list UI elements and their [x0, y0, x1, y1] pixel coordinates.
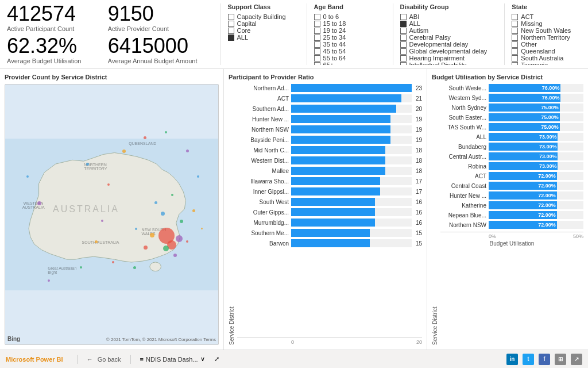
expand-icon[interactable]: ↗ — [571, 354, 582, 365]
filter-checkbox[interactable] — [512, 41, 518, 48]
filter-checkbox[interactable] — [314, 48, 320, 55]
filter-label: Intellectual Disability — [409, 62, 467, 65]
fullscreen-icon[interactable]: ⤢ — [214, 355, 219, 363]
budget-bar-track: 72.00% — [489, 221, 583, 229]
filter-checkbox[interactable] — [400, 34, 407, 41]
filter-item[interactable]: Other — [512, 41, 573, 48]
ratio-bar-value: 18 — [416, 147, 422, 154]
filter-item[interactable]: Northern Territory — [512, 34, 573, 41]
tab-chevron-icon: ∨ — [200, 355, 205, 363]
filter-item[interactable]: Developmental delay — [400, 41, 488, 48]
filter-checkbox[interactable] — [512, 34, 518, 41]
budget-bar-track: 75.00% — [489, 123, 583, 131]
filter-checkbox[interactable] — [228, 28, 234, 34]
ratio-section: Participant to Provider Ratio Service Di… — [224, 69, 427, 350]
filter-checkbox[interactable] — [314, 21, 320, 27]
filter-checkbox[interactable] — [400, 28, 407, 34]
facebook-icon[interactable]: f — [539, 354, 550, 365]
filter-checkbox[interactable] — [512, 62, 518, 66]
filter-item[interactable]: ALL — [228, 34, 289, 41]
filter-checkbox[interactable] — [400, 62, 407, 66]
budget-bar-track: 75.00% — [489, 103, 583, 112]
filter-checkbox[interactable] — [400, 55, 407, 62]
ratio-bar-label: Northern Ad... — [237, 85, 289, 91]
tab-label[interactable]: NDIS Data Dash... — [146, 356, 198, 363]
ratio-bar-row: Western Dist...18 — [237, 156, 422, 164]
filter-item[interactable]: Capital — [228, 20, 289, 27]
filter-checkbox[interactable] — [314, 28, 320, 34]
filter-checkbox[interactable] — [314, 55, 320, 62]
filter-item[interactable]: Cerebral Palsy — [400, 34, 488, 41]
filter-item[interactable]: 19 to 24 — [314, 27, 376, 34]
budget-bar-pct: 72.00% — [538, 183, 556, 189]
map-credit: © 2021 TomTom, © 2021 Microsoft Corporat… — [106, 337, 216, 342]
ratio-bar-label: Hunter New ... — [237, 116, 289, 122]
budget-bar-fill: 73.00% — [489, 152, 558, 160]
filter-item[interactable]: Tasmania — [512, 62, 573, 65]
dashboard: 412574 Active Participant Count 9150 Act… — [0, 0, 588, 368]
filter-item[interactable]: South Australia — [512, 55, 573, 62]
ratio-bar-value: 15 — [416, 240, 422, 247]
filter-checkbox[interactable] — [314, 41, 320, 48]
ratio-bar-fill — [291, 198, 375, 206]
filter-checkbox[interactable] — [228, 34, 234, 41]
filter-item[interactable]: Queensland — [512, 48, 573, 55]
filter-item[interactable]: 65+ — [314, 62, 376, 65]
filter-label: 15 to 18 — [323, 20, 346, 27]
bottom-nav[interactable]: ← Go back — [87, 356, 121, 363]
filter-item[interactable]: Global developmental delay — [400, 48, 488, 55]
back-arrow-icon[interactable]: ← — [87, 356, 93, 363]
back-label[interactable]: Go back — [98, 356, 121, 363]
share-icon[interactable]: ⊞ — [555, 354, 566, 365]
filter-checkbox[interactable] — [400, 21, 407, 27]
filter-item[interactable]: 0 to 6 — [314, 13, 376, 20]
filter-checkbox[interactable] — [228, 21, 234, 27]
filter-item[interactable]: Core — [228, 27, 289, 34]
filter-checkbox[interactable] — [400, 48, 407, 55]
filter-item[interactable]: Autism — [400, 27, 488, 34]
filter-checkbox[interactable] — [512, 21, 518, 27]
filter-checkbox[interactable] — [314, 14, 320, 20]
budget-bar-pct: 72.00% — [538, 193, 556, 198]
budget-amount-value: 6415000 — [108, 36, 198, 56]
filter-label: Global developmental delay — [409, 48, 488, 55]
filter-item[interactable]: 45 to 54 — [314, 48, 376, 55]
filter-item[interactable]: Missing — [512, 20, 573, 27]
filter-checkbox[interactable] — [400, 14, 407, 20]
budget-bar-pct: 75.00% — [541, 114, 559, 120]
filter-item[interactable]: ALL — [400, 20, 488, 27]
linkedin-icon[interactable]: in — [506, 354, 518, 365]
filter-item[interactable]: ABI — [400, 13, 488, 20]
filter-item[interactable]: 15 to 18 — [314, 20, 376, 27]
filter-item[interactable]: Intellectual Disability — [400, 62, 488, 65]
filter-item[interactable]: ACT — [512, 13, 573, 20]
budget-bar-row: North Sydney75.00% — [440, 103, 583, 112]
filter-item[interactable]: Hearing Impairment — [400, 55, 488, 62]
filter-checkbox[interactable] — [512, 48, 518, 55]
filter-checkbox[interactable] — [228, 14, 234, 20]
budget-util-label: Average Budget Utilisation — [7, 57, 96, 64]
filter-item[interactable]: 25 to 34 — [314, 34, 376, 41]
budget-bar-pct: 73.00% — [539, 144, 557, 150]
bottom-separator-2 — [130, 355, 131, 364]
twitter-icon[interactable]: t — [523, 354, 534, 365]
ratio-bar-value: 20 — [416, 106, 422, 112]
filter-checkbox[interactable] — [400, 41, 407, 48]
budget-bar-label: South Weste... — [440, 85, 486, 91]
filter-checkbox[interactable] — [314, 62, 320, 66]
filter-label: Core — [237, 27, 251, 34]
filter-item[interactable]: Capacity Building — [228, 13, 289, 20]
filter-item[interactable]: New South Wales — [512, 27, 573, 34]
provider-count-value: 9150 — [108, 3, 198, 24]
filter-item[interactable]: 55 to 64 — [314, 55, 376, 62]
ratio-bar-fill — [291, 125, 390, 133]
filter-checkbox[interactable] — [314, 34, 320, 41]
budget-bar-label: South Easter... — [440, 114, 486, 121]
ratio-bar-fill — [291, 94, 401, 102]
ratio-bar-track — [291, 187, 412, 195]
filter-checkbox[interactable] — [512, 14, 518, 20]
filter-checkbox[interactable] — [512, 55, 518, 62]
budget-chart-area: Service District South Weste...76.00%Wes… — [432, 84, 583, 345]
filter-item[interactable]: 35 to 44 — [314, 41, 376, 48]
filter-checkbox[interactable] — [512, 28, 518, 34]
